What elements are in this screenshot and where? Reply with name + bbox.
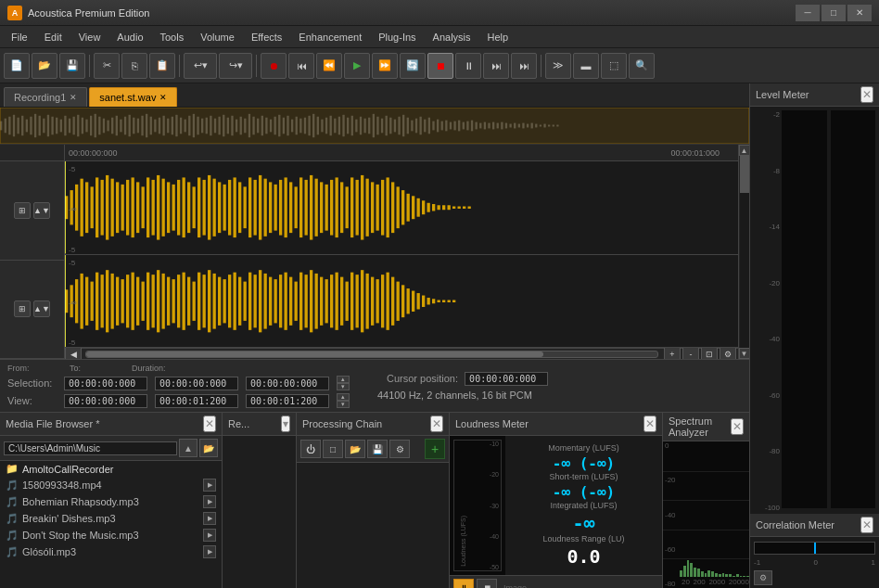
lm-scale-30: -30 bbox=[490, 503, 499, 509]
tab-sanet[interactable]: sanet.st.wav ✕ bbox=[89, 87, 177, 107]
recordings-panel: Re... ▾ bbox=[223, 413, 297, 588]
tb-undo-button[interactable]: ↩▾ bbox=[184, 53, 217, 79]
overview-waveform[interactable] bbox=[0, 108, 749, 145]
tb-loop-button[interactable]: 🔄 bbox=[400, 53, 426, 79]
tb-save-button[interactable]: 💾 bbox=[59, 53, 85, 79]
tab-sanet-close[interactable]: ✕ bbox=[159, 93, 167, 102]
recordings-close[interactable]: ▾ bbox=[281, 415, 290, 432]
tb-view2-button[interactable]: ▬ bbox=[573, 53, 599, 79]
menu-enhancement[interactable]: Enhancement bbox=[291, 30, 369, 45]
menu-volume[interactable]: Volume bbox=[193, 30, 242, 45]
tb-fast-forward-button[interactable]: ⏩ bbox=[372, 53, 398, 79]
vscroll-track[interactable] bbox=[740, 156, 749, 348]
track2-waveform[interactable]: -5 -∞ -5 bbox=[65, 255, 738, 349]
pc-settings-button[interactable]: ⚙ bbox=[389, 440, 410, 458]
track2-icon2[interactable]: ▲▼ bbox=[33, 300, 50, 317]
tb-play-button[interactable]: ▶ bbox=[344, 53, 370, 79]
list-item[interactable]: 🎵 Glósóli.mp3 ▶ bbox=[0, 543, 222, 560]
selection-next-button[interactable]: ▾ bbox=[337, 383, 350, 390]
vscroll-up-button[interactable]: ▲ bbox=[739, 145, 750, 156]
track1-waveform[interactable]: -5 -∞ -5 bbox=[65, 161, 738, 255]
tb-redo-button[interactable]: ↪▾ bbox=[219, 53, 252, 79]
list-item[interactable]: 📁 AmoltoCallRecorder bbox=[0, 461, 222, 477]
track1-icon2[interactable]: ▲▼ bbox=[33, 202, 50, 219]
menu-plugins[interactable]: Plug-Ins bbox=[371, 30, 423, 45]
level-meter-close[interactable]: ✕ bbox=[860, 86, 873, 103]
menu-view[interactable]: View bbox=[71, 30, 108, 45]
pc-open-button[interactable]: 📂 bbox=[345, 440, 365, 458]
scrollbar-thumb[interactable] bbox=[86, 352, 543, 357]
view-next-button[interactable]: ▾ bbox=[337, 401, 350, 408]
selection-from-input[interactable] bbox=[64, 377, 147, 390]
view-prev-button[interactable]: ▴ bbox=[337, 393, 350, 401]
vertical-scrollbar[interactable]: ▲ ▼ bbox=[738, 145, 749, 359]
menu-tools[interactable]: Tools bbox=[153, 30, 192, 45]
cursor-position-input[interactable] bbox=[465, 372, 548, 386]
maximize-button[interactable]: □ bbox=[822, 5, 846, 21]
selection-prev-button[interactable]: ▴ bbox=[337, 376, 350, 383]
media-browser-path[interactable] bbox=[4, 441, 177, 455]
list-item[interactable]: 🎵 Bohemian Rhapsody.mp3 ▶ bbox=[0, 493, 222, 510]
tb-paste-button[interactable]: 📋 bbox=[149, 53, 175, 79]
menu-audio[interactable]: Audio bbox=[109, 30, 150, 45]
correlation-settings-button[interactable]: ⚙ bbox=[754, 570, 772, 585]
correlation-meter-close[interactable]: ✕ bbox=[860, 517, 873, 533]
tb-zoom-button[interactable]: 🔍 bbox=[629, 53, 655, 79]
tb-open-button[interactable]: 📂 bbox=[32, 53, 57, 79]
tb-cut-button[interactable]: ✂ bbox=[94, 53, 120, 79]
list-item[interactable]: 🎵 Don't Stop the Music.mp3 ▶ bbox=[0, 527, 222, 543]
tb-view1-button[interactable]: ≫ bbox=[545, 53, 571, 79]
menu-help[interactable]: Help bbox=[480, 30, 516, 45]
tb-skip-start-button[interactable]: ⏮ bbox=[288, 53, 314, 79]
view-to-input[interactable] bbox=[155, 394, 238, 408]
loudness-stop-button[interactable]: ⏹ bbox=[477, 579, 497, 588]
scrollbar-track[interactable] bbox=[85, 351, 658, 358]
pc-save-button[interactable]: 💾 bbox=[367, 440, 388, 458]
menu-file[interactable]: File bbox=[4, 30, 35, 45]
media-browser-close[interactable]: ✕ bbox=[203, 415, 216, 432]
minimize-button[interactable]: ─ bbox=[796, 5, 820, 21]
svg-rect-156 bbox=[177, 180, 180, 236]
track2-icon1[interactable]: ⊞ bbox=[14, 300, 31, 317]
loudness-play-button[interactable]: ⏸ bbox=[453, 579, 474, 588]
sa-bar bbox=[715, 573, 718, 577]
file-play-button[interactable]: ▶ bbox=[203, 545, 216, 558]
pc-add-button[interactable]: + bbox=[425, 439, 445, 459]
tab-recording1-close[interactable]: ✕ bbox=[70, 93, 77, 102]
tab-recording1[interactable]: Recording1 ✕ bbox=[4, 87, 87, 107]
media-browser-up-button[interactable]: ▲ bbox=[179, 439, 197, 457]
selection-to-input[interactable] bbox=[155, 377, 238, 390]
pc-power-button[interactable]: ⏻ bbox=[300, 440, 321, 458]
tb-rewind-button[interactable]: ⏪ bbox=[316, 53, 342, 79]
pc-new-button[interactable]: □ bbox=[323, 440, 343, 458]
list-item[interactable]: 🎵 Breakin' Dishes.mp3 ▶ bbox=[0, 510, 222, 527]
menu-analysis[interactable]: Analysis bbox=[426, 30, 478, 45]
view-duration-input[interactable] bbox=[246, 394, 329, 408]
file-play-button[interactable]: ▶ bbox=[203, 495, 216, 508]
menu-edit[interactable]: Edit bbox=[37, 30, 70, 45]
processing-chain-close[interactable]: ✕ bbox=[430, 415, 443, 432]
close-button[interactable]: ✕ bbox=[847, 5, 872, 21]
file-play-button[interactable]: ▶ bbox=[203, 529, 216, 542]
vscroll-down-button[interactable]: ▼ bbox=[739, 348, 750, 359]
horizontal-scrollbar[interactable]: ◀ + - ⊡ ⚙ bbox=[65, 348, 738, 359]
tb-record-button[interactable]: ⏺ bbox=[261, 53, 287, 79]
track1-icon1[interactable]: ⊞ bbox=[14, 202, 31, 219]
file-play-button[interactable]: ▶ bbox=[203, 479, 216, 492]
spectrum-analyzer-close[interactable]: ✕ bbox=[731, 418, 744, 435]
tb-view3-button[interactable]: ⬚ bbox=[601, 53, 627, 79]
tb-stop-button[interactable]: ⏹ bbox=[427, 53, 453, 79]
tb-next-button[interactable]: ⏭ bbox=[511, 53, 537, 79]
menu-effects[interactable]: Effects bbox=[244, 30, 289, 45]
loudness-meter-close[interactable]: ✕ bbox=[643, 415, 656, 432]
list-item[interactable]: 🎵 1580993348.mp4 ▶ bbox=[0, 477, 222, 493]
media-browser-open-button[interactable]: 📂 bbox=[199, 439, 218, 457]
tb-skip-end-button[interactable]: ⏭ bbox=[483, 53, 509, 79]
tb-copy-button[interactable]: ⎘ bbox=[121, 53, 147, 79]
tb-new-button[interactable]: 📄 bbox=[4, 53, 30, 79]
view-from-input[interactable] bbox=[64, 394, 147, 408]
tb-pause-button[interactable]: ⏸ bbox=[455, 53, 481, 79]
file-play-button[interactable]: ▶ bbox=[203, 512, 216, 525]
selection-duration-input[interactable] bbox=[246, 377, 329, 390]
vscroll-thumb[interactable] bbox=[740, 156, 749, 193]
